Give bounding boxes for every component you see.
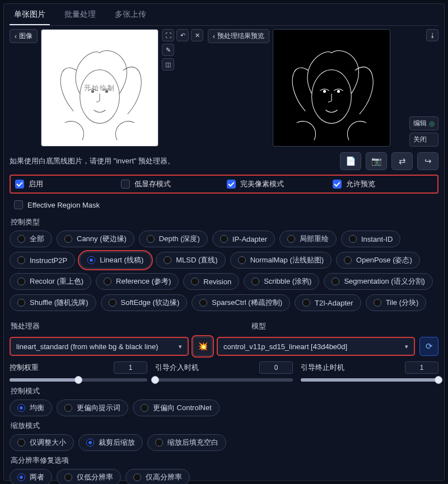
mode-controlnet[interactable]: 更偏向 ControlNet: [133, 400, 220, 416]
type-scribble[interactable]: Scribble (涂鸦): [244, 273, 319, 290]
expand-icon[interactable]: ⛶: [162, 29, 174, 41]
tab-batch[interactable]: 批量处理: [60, 4, 100, 25]
weight-label: 控制权重: [10, 363, 39, 373]
effective-region-checkbox[interactable]: Effective Region Mask: [14, 200, 100, 209]
control-type-label: 控制类型: [11, 217, 438, 227]
chevron-left-icon: ‹: [15, 32, 17, 40]
new-canvas-icon[interactable]: 📄: [340, 152, 361, 170]
type-mlsd[interactable]: MLSD (直线): [156, 252, 225, 269]
color-picker-icon[interactable]: ✎: [162, 44, 174, 56]
type-lineart[interactable]: Lineart (线稿): [80, 252, 151, 269]
type-sparsectrl[interactable]: SparseCtrl (稀疏控制): [192, 294, 290, 311]
chevron-down-icon: ▾: [405, 343, 408, 350]
eraser-icon[interactable]: ◫: [162, 58, 174, 71]
type-depth[interactable]: Depth (深度): [139, 231, 208, 247]
model-select[interactable]: control_v11p_sd15_lineart [43d4be0d] ▾: [217, 337, 415, 356]
svg-point-5: [337, 90, 339, 92]
type-tile[interactable]: Tile (分块): [366, 294, 427, 311]
type-softedge[interactable]: SoftEdge (软边缘): [101, 294, 188, 311]
lowvram-checkbox[interactable]: 低显存模式: [121, 179, 221, 189]
preprocessor-label: 预处理器: [11, 321, 201, 331]
chevron-down-icon: ▾: [179, 343, 182, 350]
resize-fill[interactable]: 缩放后填充空白: [147, 434, 226, 451]
send-icon[interactable]: ↪: [417, 152, 438, 170]
weight-value[interactable]: 1: [114, 361, 147, 374]
mode-prompt[interactable]: 更偏向提示词: [57, 400, 128, 416]
start-slider[interactable]: [155, 378, 293, 382]
logo-icon: ◎: [429, 120, 435, 128]
run-preprocessor-button[interactable]: 💥: [193, 337, 212, 356]
end-value[interactable]: 1: [405, 361, 438, 374]
type-openpose[interactable]: OpenPose (姿态): [336, 252, 420, 269]
type-inpaint[interactable]: 局部重绘: [279, 231, 337, 247]
undo-icon[interactable]: ↶: [176, 29, 189, 41]
hint-text: 如果使用白底黑线图片，请使用 "invert" 预处理器。: [10, 156, 340, 166]
source-image[interactable]: 开始绘制: [41, 29, 158, 147]
type-recolor[interactable]: Recolor (重上色): [10, 273, 91, 290]
tab-single-image[interactable]: 单张图片: [10, 4, 50, 25]
hires-both[interactable]: 两者: [10, 469, 52, 484]
allow-preview-checkbox[interactable]: 允许预览: [333, 179, 433, 189]
model-label: 模型: [251, 321, 438, 331]
type-instant-id[interactable]: Instant-ID: [341, 231, 400, 247]
resize-mode-group: 仅调整大小 裁剪后缩放 缩放后填充空白: [10, 434, 438, 451]
control-mode-group: 均衡 更偏向提示词 更偏向 ControlNet: [10, 400, 438, 416]
resize-just[interactable]: 仅调整大小: [10, 434, 74, 451]
hires-high[interactable]: 仅高分辨率: [125, 469, 190, 484]
type-reference[interactable]: Reference (参考): [96, 273, 179, 290]
resize-crop[interactable]: 裁剪后缩放: [78, 434, 143, 451]
type-canny[interactable]: Canny (硬边缘): [57, 231, 134, 247]
refresh-models-button[interactable]: ⟳: [419, 337, 438, 356]
type-revision[interactable]: Revision: [183, 273, 239, 290]
type-ip-adapter[interactable]: IP-Adapter: [212, 231, 275, 247]
weight-slider[interactable]: [10, 378, 147, 382]
type-normalmap[interactable]: NormalMap (法线贴图): [230, 252, 332, 269]
clear-icon[interactable]: ✕: [191, 29, 203, 41]
control-mode-label: 控制模式: [11, 386, 438, 396]
mode-balanced[interactable]: 均衡: [10, 400, 52, 416]
end-label: 引导终止时机: [301, 363, 344, 373]
preview-label: ‹ 预处理结果预览: [208, 29, 269, 43]
hires-label: 高分辨率修复选项: [11, 455, 438, 466]
tabs-bar: 单张图片 批量处理 多张上传: [10, 4, 438, 26]
hires-group: 两者 仅低分辨率 仅高分辨率: [10, 469, 438, 484]
hires-low[interactable]: 仅低分辨率: [57, 469, 121, 484]
start-value[interactable]: 0: [259, 361, 293, 374]
svg-point-4: [323, 90, 325, 92]
swap-icon[interactable]: ⇄: [391, 152, 413, 170]
watermark-text: 开始绘制: [84, 83, 115, 93]
download-icon[interactable]: ⭳: [426, 29, 438, 41]
edit-button[interactable]: 编辑 ◎: [409, 116, 438, 130]
pixel-perfect-checkbox[interactable]: 完美像素模式: [227, 179, 327, 189]
type-shuffle[interactable]: Shuffle (随机洗牌): [10, 294, 96, 311]
type-segmentation[interactable]: Segmentation (语义分割): [324, 273, 433, 290]
control-type-group: 全部 Canny (硬边缘) Depth (深度) IP-Adapter 局部重…: [10, 231, 438, 311]
end-slider[interactable]: [301, 378, 438, 382]
resize-mode-label: 缩放模式: [11, 421, 438, 431]
chevron-left-icon: ‹: [213, 32, 215, 40]
primary-options-row: 启用 低显存模式 完美像素模式 允许预览: [10, 175, 438, 194]
enable-checkbox[interactable]: 启用: [15, 179, 115, 189]
tab-multi-upload[interactable]: 多张上传: [110, 4, 151, 25]
preprocessor-select[interactable]: lineart_standard (from white bg & black …: [10, 337, 189, 356]
type-instruct-p2p[interactable]: InstructP2P: [10, 252, 75, 269]
secondary-options-row: Effective Region Mask: [10, 197, 438, 213]
preview-image-art: [273, 30, 390, 146]
type-all[interactable]: 全部: [10, 231, 52, 247]
close-button[interactable]: 关闭: [409, 133, 438, 147]
preview-image[interactable]: [273, 29, 390, 147]
camera-icon[interactable]: 📷: [366, 152, 387, 170]
start-label: 引导介入时机: [155, 363, 199, 373]
type-t2i-adapter[interactable]: T2I-Adapter: [295, 294, 361, 311]
image-label: ‹ 图像: [10, 29, 38, 43]
